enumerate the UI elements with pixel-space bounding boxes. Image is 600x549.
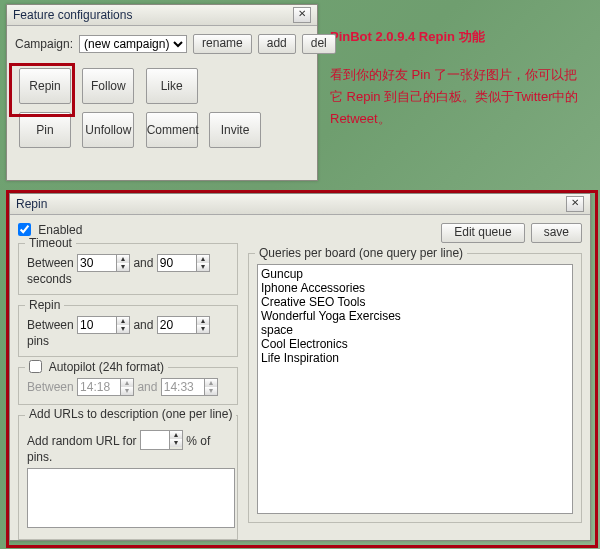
enabled-checkbox-label[interactable]: Enabled <box>18 223 82 237</box>
side-note: PinBot 2.0.9.4 Repin 功能 看到你的好友 Pin 了一张好图… <box>330 26 586 130</box>
timeout-min-input[interactable] <box>77 254 117 272</box>
queries-legend: Queries per board (one query per line) <box>255 246 467 260</box>
window-title: Repin <box>16 194 47 214</box>
enabled-checkbox[interactable] <box>18 223 31 236</box>
add-button[interactable]: add <box>258 34 296 54</box>
rename-button[interactable]: rename <box>193 34 252 54</box>
repin-range-legend: Repin <box>25 298 64 312</box>
spin-down-icon[interactable]: ▾ <box>197 263 209 271</box>
timeout-max-input[interactable] <box>157 254 197 272</box>
timeout-group: Timeout Between ▴▾ and ▴▾ seconds <box>18 243 238 295</box>
autopilot-checkbox[interactable] <box>29 360 42 373</box>
spin-down-icon[interactable]: ▾ <box>170 439 182 447</box>
repin-range-group: Repin Between ▴▾ and ▴▾ pins <box>18 305 238 357</box>
edit-queue-button[interactable]: Edit queue <box>441 223 524 243</box>
spin-down-icon: ▾ <box>205 387 217 395</box>
unfollow-feature-button[interactable]: Unfollow <box>82 112 134 148</box>
follow-feature-button[interactable]: Follow <box>82 68 134 104</box>
autopilot-group: Autopilot (24h format) Between ▴▾ and ▴▾ <box>18 367 238 405</box>
window-title: Feature configurations <box>13 5 132 25</box>
autopilot-start-input <box>77 378 121 396</box>
save-button[interactable]: save <box>531 223 582 243</box>
queries-group: Queries per board (one query per line) G… <box>248 253 582 523</box>
titlebar: Feature configurations ✕ <box>7 5 317 26</box>
spin-down-icon[interactable]: ▾ <box>117 325 129 333</box>
pin-feature-button[interactable]: Pin <box>19 112 71 148</box>
autopilot-end-input <box>161 378 205 396</box>
spin-down-icon: ▾ <box>121 387 133 395</box>
comment-feature-button[interactable]: Comment <box>146 112 198 148</box>
add-urls-legend: Add URLs to description (one per line) <box>25 408 236 420</box>
campaign-select[interactable]: (new campaign) <box>79 35 187 53</box>
timeout-legend: Timeout <box>25 236 76 250</box>
repin-max-input[interactable] <box>157 316 197 334</box>
repin-min-input[interactable] <box>77 316 117 334</box>
autopilot-legend: Autopilot (24h format) <box>25 360 168 374</box>
queries-textarea[interactable]: Guncup Iphone Accessories Creative SEO T… <box>257 264 573 514</box>
campaign-label: Campaign: <box>15 37 73 51</box>
close-icon[interactable]: ✕ <box>566 196 584 212</box>
repin-feature-button[interactable]: Repin <box>19 68 71 104</box>
titlebar: Repin ✕ <box>10 194 590 215</box>
spin-down-icon[interactable]: ▾ <box>117 263 129 271</box>
repin-window: Repin ✕ Enabled Timeout Between ▴▾ and ▴… <box>9 193 591 541</box>
feature-configurations-window: Feature configurations ✕ Campaign: (new … <box>6 4 318 181</box>
side-note-title: PinBot 2.0.9.4 Repin 功能 <box>330 26 586 48</box>
side-note-body: 看到你的好友 Pin 了一张好图片，你可以把它 Repin 到自己的白板。类似于… <box>330 64 586 130</box>
close-icon[interactable]: ✕ <box>293 7 311 23</box>
add-urls-group: Add URLs to description (one per line) A… <box>18 415 238 540</box>
urls-textarea[interactable] <box>27 468 235 528</box>
like-feature-button[interactable]: Like <box>146 68 198 104</box>
delete-button[interactable]: del <box>302 34 336 54</box>
invite-feature-button[interactable]: Invite <box>209 112 261 148</box>
random-url-percent-input[interactable] <box>140 430 170 450</box>
spin-down-icon[interactable]: ▾ <box>197 325 209 333</box>
